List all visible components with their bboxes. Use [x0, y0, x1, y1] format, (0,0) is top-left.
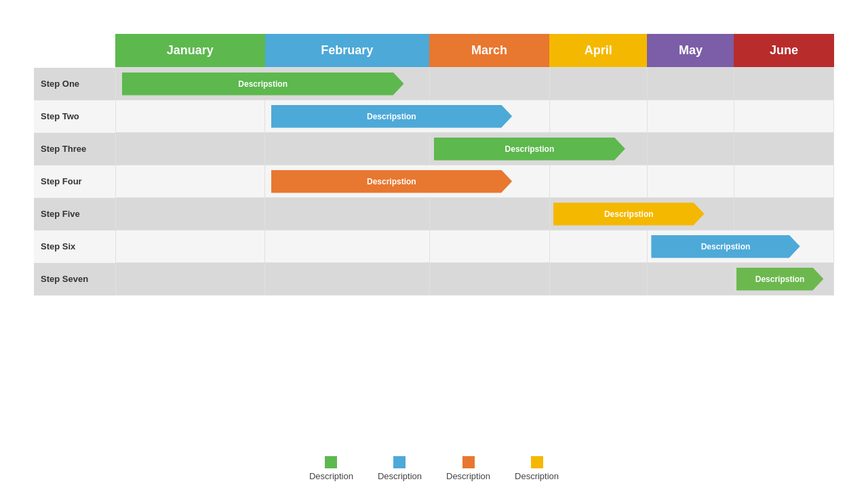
gantt-cell	[734, 68, 833, 100]
legend-label: Description	[378, 471, 422, 481]
legend-item: Description	[309, 456, 353, 481]
legend-item: Description	[378, 456, 422, 481]
row-label: Step Five	[34, 198, 115, 230]
gantt-cell	[549, 68, 647, 100]
row-label: Step Seven	[34, 263, 115, 296]
gantt-cell	[115, 198, 265, 230]
gantt-cell: Descripstion	[265, 100, 549, 133]
table-row: Step ThreeDescripstion	[34, 133, 834, 165]
legend-swatch	[462, 456, 475, 468]
table-row: Step OneDescripstion	[34, 68, 834, 100]
gantt-cell	[549, 230, 647, 263]
month-header-february: February	[265, 34, 429, 68]
gantt-cell	[429, 230, 549, 263]
row-label: Step One	[34, 68, 115, 100]
gantt-bar: Descripstion	[651, 235, 800, 258]
gantt-cell	[429, 68, 549, 100]
gantt-cell: Descripstion	[115, 68, 429, 100]
gantt-cell: Descripstion	[734, 263, 833, 296]
table-row: Step FourDescripstion	[34, 165, 834, 198]
legend: DescriptionDescriptionDescriptionDescrip…	[0, 444, 868, 488]
month-header-march: March	[429, 34, 549, 68]
gantt-bar: Descripstion	[736, 268, 824, 291]
legend-swatch	[325, 456, 337, 468]
gantt-cell	[647, 133, 734, 165]
legend-swatch	[393, 456, 406, 468]
gantt-bar: Descripstion	[122, 73, 404, 96]
table-row: Step FiveDescripstion	[34, 198, 834, 230]
gantt-cell: Descripstion	[429, 133, 647, 165]
gantt-cell	[265, 133, 429, 165]
gantt-cell	[115, 230, 265, 263]
gantt-table: JanuaryFebruaryMarchAprilMayJune Step On…	[34, 34, 834, 296]
page-title	[0, 0, 868, 34]
gantt-cell	[115, 100, 265, 133]
gantt-cell	[647, 263, 734, 296]
row-label: Step Three	[34, 133, 115, 165]
legend-item: Description	[515, 456, 559, 481]
gantt-cell	[115, 133, 265, 165]
gantt-cell	[734, 133, 833, 165]
gantt-cell	[647, 68, 734, 100]
gantt-cell	[265, 198, 429, 230]
table-row: Step SixDescripstion	[34, 230, 834, 263]
table-row: Step TwoDescripstion	[34, 100, 834, 133]
month-header-may: May	[647, 34, 734, 68]
month-header-january: January	[115, 34, 265, 68]
legend-label: Description	[309, 471, 353, 481]
gantt-cell	[115, 165, 265, 198]
legend-item: Description	[446, 456, 490, 481]
legend-label: Description	[515, 471, 559, 481]
gantt-cell	[549, 263, 647, 296]
gantt-cell	[734, 100, 833, 133]
month-header-april: April	[549, 34, 647, 68]
gantt-cell	[647, 100, 734, 133]
gantt-cell	[115, 263, 265, 296]
gantt-cell	[734, 165, 833, 198]
gantt-bar: Descripstion	[271, 170, 513, 193]
legend-swatch	[531, 456, 543, 468]
gantt-cell	[549, 100, 647, 133]
gantt-chart: JanuaryFebruaryMarchAprilMayJune Step On…	[0, 34, 868, 444]
legend-label: Description	[446, 471, 490, 481]
gantt-bar: Descripstion	[271, 105, 513, 128]
gantt-cell: Descripstion	[265, 165, 549, 198]
gantt-bar: Descripstion	[553, 203, 705, 226]
gantt-cell	[265, 230, 429, 263]
gantt-cell: Descripstion	[647, 230, 833, 263]
gantt-cell	[647, 165, 734, 198]
gantt-cell	[265, 263, 429, 296]
row-label: Step Two	[34, 100, 115, 133]
row-label: Step Six	[34, 230, 115, 263]
row-label: Step Four	[34, 165, 115, 198]
table-row: Step SevenDescripstion	[34, 263, 834, 296]
gantt-cell	[429, 263, 549, 296]
gantt-cell	[734, 198, 833, 230]
gantt-cell: Descripstion	[549, 198, 734, 230]
gantt-cell	[549, 165, 647, 198]
month-header-june: June	[734, 34, 833, 68]
gantt-bar: Descripstion	[434, 138, 625, 161]
gantt-cell	[429, 198, 549, 230]
